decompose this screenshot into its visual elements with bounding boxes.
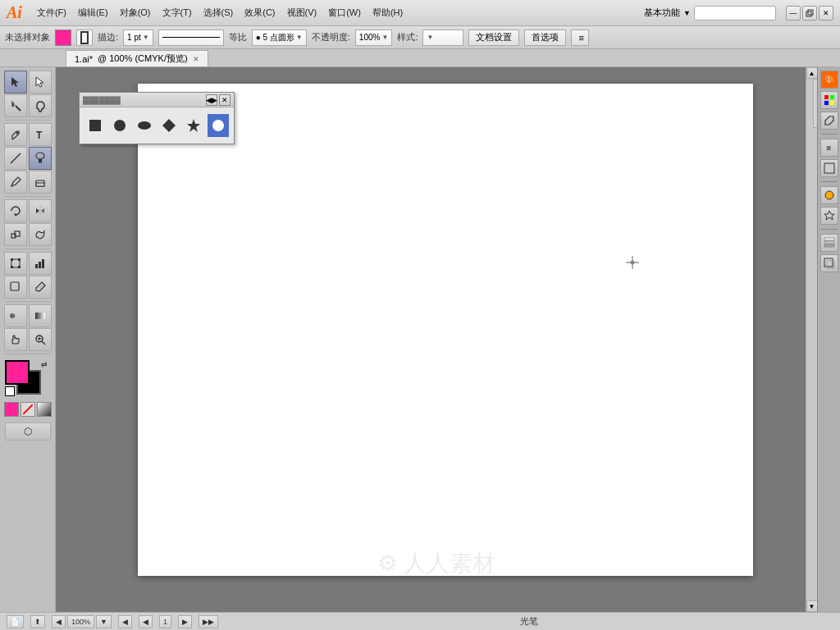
artboards-panel-button[interactable] xyxy=(820,254,838,272)
gradient-color-button[interactable] xyxy=(37,402,52,417)
tab-bar: 1.ai* @ 100% (CMYK/预览) ✕ xyxy=(0,49,840,67)
menu-select[interactable]: 选择(S) xyxy=(199,4,239,21)
solid-color-button[interactable] xyxy=(4,402,19,417)
stroke-size-box[interactable]: 1 pt ▼ xyxy=(123,30,153,46)
status-doc-button[interactable]: 📄 xyxy=(7,615,24,628)
minimize-button[interactable]: — xyxy=(786,6,801,21)
diamond-brush[interactable] xyxy=(158,114,180,137)
scale-tool[interactable] xyxy=(4,223,27,246)
symbols-panel-button[interactable]: ≡ xyxy=(820,139,838,157)
graph-tool[interactable] xyxy=(29,252,52,275)
opacity-box[interactable]: 100% ▼ xyxy=(355,30,393,46)
artboard-tool[interactable]: ⬡ xyxy=(5,422,51,441)
zoom-arrow-button[interactable]: ▼ xyxy=(96,615,112,628)
page-prev2-button[interactable]: ◀ xyxy=(139,615,153,628)
restore-button[interactable] xyxy=(802,6,817,21)
text-tool[interactable]: T xyxy=(29,123,52,146)
panel-expand-button[interactable]: ◀▶ xyxy=(206,94,217,106)
line-tool[interactable] xyxy=(4,147,27,170)
style-box[interactable]: ▼ xyxy=(422,30,463,46)
special-brush[interactable] xyxy=(208,114,229,137)
gradient-tool[interactable] xyxy=(29,304,52,327)
zoom-tool[interactable] xyxy=(29,328,52,351)
menu-view[interactable]: 视图(V) xyxy=(282,4,322,21)
eraser-tool[interactable] xyxy=(29,171,52,194)
pencil-tool[interactable] xyxy=(4,171,27,194)
doc-settings-button[interactable]: 文档设置 xyxy=(468,30,519,46)
vertical-scrollbar[interactable]: ▲ ▼ xyxy=(806,67,817,612)
effects-panel-button[interactable] xyxy=(820,207,838,225)
menu-file[interactable]: 文件(F) xyxy=(32,4,71,21)
square-brush[interactable] xyxy=(84,114,106,137)
brush-shapes xyxy=(80,107,234,144)
extra-options-button[interactable]: ≡ xyxy=(571,30,589,46)
stroke-color-box[interactable] xyxy=(76,30,93,46)
foreground-color[interactable] xyxy=(5,360,30,385)
ellipse-brush[interactable] xyxy=(134,114,155,137)
pen-tool[interactable] xyxy=(4,123,27,146)
workspace-label[interactable]: 基本功能 xyxy=(644,7,680,19)
menu-effect[interactable]: 效果(C) xyxy=(240,4,280,21)
brushes-panel-button[interactable] xyxy=(820,112,838,130)
svg-rect-0 xyxy=(806,11,811,16)
menu-object[interactable]: 对象(O) xyxy=(115,4,156,21)
stroke-line-preview[interactable] xyxy=(158,30,224,46)
workspace-arrow[interactable]: ▼ xyxy=(683,9,691,17)
appearance-panel-button[interactable] xyxy=(820,186,838,204)
opacity-value: 100% xyxy=(359,33,381,42)
color-panel-button[interactable]: 🎨 xyxy=(820,71,838,89)
canvas-area[interactable]: ▓▓▓▓▓▓▓ ◀▶ ✕ xyxy=(56,67,817,612)
star-brush[interactable] xyxy=(183,114,204,137)
color-swap-button[interactable]: ⇄ xyxy=(41,360,51,370)
eyedropper-tool[interactable] xyxy=(29,276,52,299)
blend-tool[interactable] xyxy=(4,304,27,327)
menu-edit[interactable]: 编辑(E) xyxy=(73,4,113,21)
rotate-tool[interactable] xyxy=(4,199,27,222)
right-panel: 🎨 ≡ xyxy=(817,67,840,612)
close-button[interactable]: ✕ xyxy=(819,6,833,21)
shape-builder-tool[interactable] xyxy=(4,276,27,299)
page-number[interactable]: 1 xyxy=(159,615,171,628)
arrow-tools-row xyxy=(4,71,52,94)
hand-tool[interactable] xyxy=(4,328,27,351)
svg-rect-20 xyxy=(42,259,44,268)
reflect-tool[interactable] xyxy=(29,199,52,222)
tab-close-button[interactable]: ✕ xyxy=(193,55,199,63)
layers-panel-button[interactable] xyxy=(820,234,838,252)
menu-text[interactable]: 文字(T) xyxy=(158,4,197,21)
shape-selector[interactable]: ● 5 点圆形 ▼ xyxy=(252,30,307,46)
scroll-up-button[interactable]: ▲ xyxy=(806,67,818,79)
page-next-button[interactable]: ▶ xyxy=(178,615,192,628)
round-brush[interactable] xyxy=(109,114,130,137)
page-end-button[interactable]: ▶▶ xyxy=(199,615,218,628)
preferences-button[interactable]: 首选项 xyxy=(524,30,566,46)
none-color-button[interactable] xyxy=(21,402,35,417)
status-upload-button[interactable]: ⬆ xyxy=(30,615,45,628)
menu-window[interactable]: 窗口(W) xyxy=(323,4,366,21)
magic-wand-tool[interactable] xyxy=(4,94,27,117)
zoom-prev-button[interactable]: ◀ xyxy=(52,615,66,628)
search-input[interactable] xyxy=(694,6,776,21)
select-tool[interactable] xyxy=(4,71,27,94)
scroll-thumb[interactable] xyxy=(813,79,818,128)
control-bar: 未选择对象 描边: 1 pt ▼ 等比 ● 5 点圆形 ▼ 不透明度: 100%… xyxy=(0,26,840,49)
free-transform-tool[interactable] xyxy=(4,252,27,275)
brush-panel-controls: ◀▶ ✕ xyxy=(206,94,231,106)
menu-help[interactable]: 帮助(H) xyxy=(368,4,408,21)
brush-panel-titlebar[interactable]: ▓▓▓▓▓▓▓ ◀▶ ✕ xyxy=(80,93,234,107)
brush-panel: ▓▓▓▓▓▓▓ ◀▶ ✕ xyxy=(79,92,235,144)
swatches-panel-button[interactable] xyxy=(820,91,838,109)
zoom-value[interactable]: 100% xyxy=(67,615,94,628)
lasso-tool[interactable] xyxy=(29,94,52,117)
color-reset-button[interactable] xyxy=(5,386,15,396)
warp-tool[interactable] xyxy=(29,223,52,246)
brush-tool-active[interactable] xyxy=(29,147,52,170)
panel-close-button[interactable]: ✕ xyxy=(219,94,231,106)
stroke-panel-button[interactable] xyxy=(820,159,838,177)
direct-select-tool[interactable] xyxy=(29,71,52,94)
page-prev-button[interactable]: ◀ xyxy=(118,615,132,628)
scroll-down-button[interactable]: ▼ xyxy=(806,600,818,612)
svg-rect-14 xyxy=(11,258,13,261)
fill-swatch[interactable] xyxy=(55,30,71,46)
document-tab[interactable]: 1.ai* @ 100% (CMYK/预览) ✕ xyxy=(66,50,208,66)
